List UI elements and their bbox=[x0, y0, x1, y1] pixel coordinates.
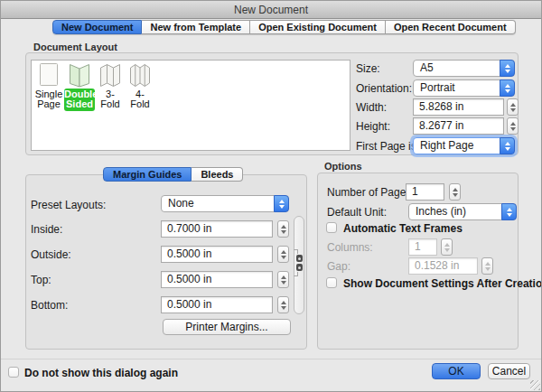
show-settings-label: Show Document Settings After Creation bbox=[343, 277, 542, 290]
popup-arrows-icon bbox=[501, 203, 517, 220]
window-title: New Document bbox=[234, 4, 308, 16]
tab-open-existing-document[interactable]: Open Existing Document bbox=[250, 20, 386, 34]
layout-picker-list: Single Page Double Sided bbox=[31, 60, 350, 151]
default-unit-label: Default Unit: bbox=[327, 206, 387, 219]
number-of-pages-stepper[interactable] bbox=[449, 183, 461, 201]
bottom-label: Bottom: bbox=[31, 299, 68, 312]
ok-button[interactable]: OK bbox=[432, 363, 481, 379]
gap-stepper bbox=[481, 257, 493, 275]
outside-label: Outside: bbox=[31, 248, 71, 261]
tab-open-recent-document[interactable]: Open Recent Document bbox=[386, 20, 516, 34]
link-margins-icon bbox=[296, 255, 303, 262]
inside-stepper[interactable] bbox=[277, 220, 289, 238]
tab-new-document[interactable]: New Document bbox=[52, 20, 142, 34]
link-bracket bbox=[294, 272, 298, 276]
height-label: Height: bbox=[356, 120, 390, 133]
link-margins-icon bbox=[296, 264, 303, 271]
margin-tab-bar: Margin Guides Bleeds bbox=[103, 167, 243, 182]
number-of-pages-field[interactable]: 1 bbox=[406, 183, 444, 201]
top-field[interactable]: 0.5000 in bbox=[161, 271, 273, 288]
columns-stepper bbox=[441, 238, 453, 256]
three-fold-icon bbox=[98, 62, 122, 88]
automatic-text-frames-label: Automatic Text Frames bbox=[343, 222, 463, 235]
title-bar: New Document bbox=[1, 1, 541, 19]
double-sided-icon bbox=[68, 62, 91, 88]
automatic-text-frames-checkbox[interactable] bbox=[326, 222, 337, 233]
top-stepper[interactable] bbox=[277, 271, 289, 288]
document-layout-group: Single Page Double Sided bbox=[25, 52, 519, 155]
printer-margins-button[interactable]: Printer Margins... bbox=[163, 319, 291, 335]
link-bracket bbox=[294, 249, 298, 254]
dont-show-again-checkbox[interactable] bbox=[8, 367, 19, 378]
layout-option-4-fold[interactable]: 4- Fold bbox=[125, 62, 155, 111]
link-margins-control[interactable] bbox=[294, 216, 304, 314]
popup-arrows-icon bbox=[500, 137, 515, 154]
dont-show-again-label: Do not show this dialog again bbox=[24, 367, 178, 379]
columns-field: 1 bbox=[408, 238, 437, 256]
layout-option-label: Single Page bbox=[33, 89, 64, 111]
popup-arrows-icon bbox=[500, 60, 515, 77]
options-group: Number of Pages: 1 Default Unit: Inches … bbox=[317, 173, 519, 350]
gap-label: Gap: bbox=[327, 260, 350, 273]
size-popup[interactable]: A5 bbox=[413, 60, 515, 77]
tab-margin-guides[interactable]: Margin Guides bbox=[103, 167, 192, 182]
resize-grip-icon[interactable] bbox=[530, 380, 540, 390]
number-of-pages-label: Number of Pages: bbox=[327, 186, 415, 199]
dialog-tab-bar: New Document New from Template Open Exis… bbox=[52, 20, 516, 34]
layout-option-single-page[interactable]: Single Page bbox=[33, 62, 64, 111]
new-document-dialog: New Document New Document New from Templ… bbox=[0, 0, 542, 392]
top-label: Top: bbox=[31, 274, 51, 286]
bottom-field[interactable]: 0.5000 in bbox=[161, 296, 273, 313]
document-layout-group-label: Document Layout bbox=[33, 42, 117, 52]
width-field[interactable]: 5.8268 in bbox=[413, 98, 504, 116]
layout-option-double-sided[interactable]: Double Sided bbox=[64, 62, 95, 111]
preset-layouts-label: Preset Layouts: bbox=[31, 199, 106, 211]
inside-field[interactable]: 0.7000 in bbox=[161, 220, 273, 238]
popup-arrows-icon bbox=[274, 195, 289, 212]
first-page-label: First Page is: bbox=[356, 140, 419, 153]
margin-guides-group: Preset Layouts: None Inside: 0.7000 in O… bbox=[25, 174, 307, 350]
layout-option-label: 4- Fold bbox=[125, 89, 155, 111]
first-page-popup[interactable]: Right Page bbox=[413, 137, 515, 154]
popup-arrows-icon bbox=[500, 79, 515, 97]
layout-option-label-selected: Double Sided bbox=[64, 89, 95, 111]
preset-layouts-popup[interactable]: None bbox=[161, 195, 289, 212]
single-page-icon bbox=[37, 62, 61, 88]
columns-label: Columns: bbox=[327, 241, 373, 254]
footer-divider bbox=[1, 359, 541, 359]
outside-stepper[interactable] bbox=[277, 246, 289, 263]
layout-option-3-fold[interactable]: 3- Fold bbox=[95, 62, 126, 111]
size-label: Size: bbox=[356, 62, 380, 75]
gap-field: 0.1528 in bbox=[408, 257, 478, 275]
tab-new-from-template[interactable]: New from Template bbox=[142, 20, 250, 34]
options-group-label: Options bbox=[324, 161, 362, 172]
four-fold-icon bbox=[128, 62, 152, 88]
bottom-stepper[interactable] bbox=[277, 296, 289, 313]
show-settings-checkbox[interactable] bbox=[326, 277, 337, 288]
cancel-button[interactable]: Cancel bbox=[488, 363, 530, 379]
orientation-popup[interactable]: Portrait bbox=[413, 79, 515, 97]
width-stepper[interactable] bbox=[507, 98, 519, 116]
default-unit-popup[interactable]: Inches (in) bbox=[408, 203, 517, 220]
tab-bleeds[interactable]: Bleeds bbox=[192, 167, 243, 182]
width-label: Width: bbox=[356, 101, 387, 114]
height-field[interactable]: 8.2677 in bbox=[413, 117, 504, 135]
orientation-label: Orientation: bbox=[356, 82, 412, 95]
inside-label: Inside: bbox=[31, 223, 62, 236]
height-stepper[interactable] bbox=[507, 117, 519, 135]
layout-option-label: 3- Fold bbox=[95, 89, 126, 111]
outside-field[interactable]: 0.5000 in bbox=[161, 246, 273, 263]
